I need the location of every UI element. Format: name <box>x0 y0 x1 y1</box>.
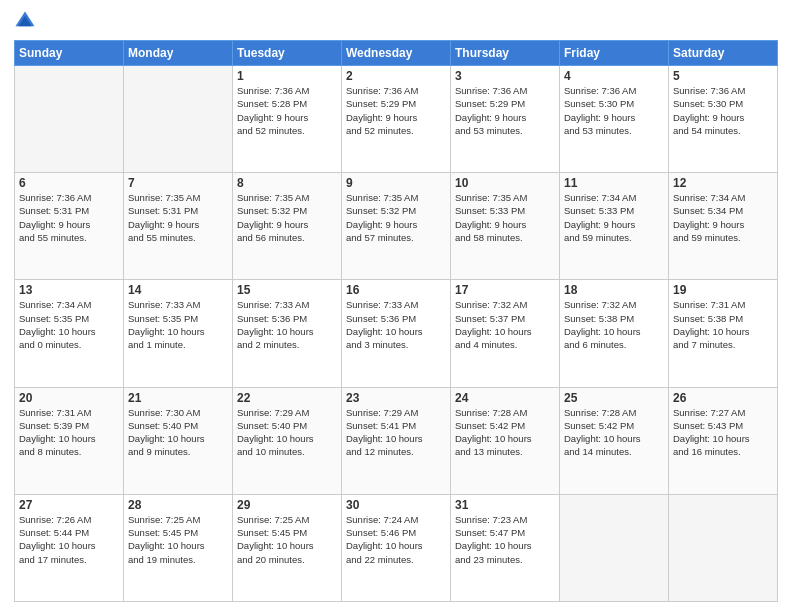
day-info: Sunrise: 7:25 AM Sunset: 5:45 PM Dayligh… <box>128 513 228 566</box>
day-info: Sunrise: 7:36 AM Sunset: 5:31 PM Dayligh… <box>19 191 119 244</box>
day-info: Sunrise: 7:33 AM Sunset: 5:36 PM Dayligh… <box>346 298 446 351</box>
calendar-cell: 27Sunrise: 7:26 AM Sunset: 5:44 PM Dayli… <box>15 494 124 601</box>
day-number: 19 <box>673 283 773 297</box>
day-number: 23 <box>346 391 446 405</box>
day-number: 29 <box>237 498 337 512</box>
calendar-cell <box>669 494 778 601</box>
calendar-table: SundayMondayTuesdayWednesdayThursdayFrid… <box>14 40 778 602</box>
day-info: Sunrise: 7:27 AM Sunset: 5:43 PM Dayligh… <box>673 406 773 459</box>
day-number: 9 <box>346 176 446 190</box>
calendar-header-friday: Friday <box>560 41 669 66</box>
day-info: Sunrise: 7:28 AM Sunset: 5:42 PM Dayligh… <box>455 406 555 459</box>
calendar-week-4: 20Sunrise: 7:31 AM Sunset: 5:39 PM Dayli… <box>15 387 778 494</box>
logo <box>14 10 40 32</box>
calendar-cell: 10Sunrise: 7:35 AM Sunset: 5:33 PM Dayli… <box>451 173 560 280</box>
day-number: 31 <box>455 498 555 512</box>
calendar-cell: 4Sunrise: 7:36 AM Sunset: 5:30 PM Daylig… <box>560 66 669 173</box>
day-number: 1 <box>237 69 337 83</box>
calendar-cell: 22Sunrise: 7:29 AM Sunset: 5:40 PM Dayli… <box>233 387 342 494</box>
day-number: 21 <box>128 391 228 405</box>
calendar-week-3: 13Sunrise: 7:34 AM Sunset: 5:35 PM Dayli… <box>15 280 778 387</box>
day-info: Sunrise: 7:35 AM Sunset: 5:32 PM Dayligh… <box>237 191 337 244</box>
day-info: Sunrise: 7:36 AM Sunset: 5:30 PM Dayligh… <box>673 84 773 137</box>
day-number: 11 <box>564 176 664 190</box>
day-number: 12 <box>673 176 773 190</box>
calendar-cell: 24Sunrise: 7:28 AM Sunset: 5:42 PM Dayli… <box>451 387 560 494</box>
calendar-cell: 15Sunrise: 7:33 AM Sunset: 5:36 PM Dayli… <box>233 280 342 387</box>
calendar-week-2: 6Sunrise: 7:36 AM Sunset: 5:31 PM Daylig… <box>15 173 778 280</box>
calendar-cell: 23Sunrise: 7:29 AM Sunset: 5:41 PM Dayli… <box>342 387 451 494</box>
calendar-cell: 3Sunrise: 7:36 AM Sunset: 5:29 PM Daylig… <box>451 66 560 173</box>
calendar-cell: 5Sunrise: 7:36 AM Sunset: 5:30 PM Daylig… <box>669 66 778 173</box>
day-info: Sunrise: 7:28 AM Sunset: 5:42 PM Dayligh… <box>564 406 664 459</box>
calendar-header-wednesday: Wednesday <box>342 41 451 66</box>
day-number: 15 <box>237 283 337 297</box>
day-info: Sunrise: 7:33 AM Sunset: 5:36 PM Dayligh… <box>237 298 337 351</box>
day-number: 30 <box>346 498 446 512</box>
calendar-header-saturday: Saturday <box>669 41 778 66</box>
calendar-header-row: SundayMondayTuesdayWednesdayThursdayFrid… <box>15 41 778 66</box>
calendar-cell: 20Sunrise: 7:31 AM Sunset: 5:39 PM Dayli… <box>15 387 124 494</box>
day-number: 7 <box>128 176 228 190</box>
calendar-cell: 30Sunrise: 7:24 AM Sunset: 5:46 PM Dayli… <box>342 494 451 601</box>
day-number: 5 <box>673 69 773 83</box>
day-number: 6 <box>19 176 119 190</box>
day-info: Sunrise: 7:29 AM Sunset: 5:41 PM Dayligh… <box>346 406 446 459</box>
calendar-cell: 16Sunrise: 7:33 AM Sunset: 5:36 PM Dayli… <box>342 280 451 387</box>
day-info: Sunrise: 7:35 AM Sunset: 5:31 PM Dayligh… <box>128 191 228 244</box>
day-info: Sunrise: 7:32 AM Sunset: 5:37 PM Dayligh… <box>455 298 555 351</box>
calendar-cell: 13Sunrise: 7:34 AM Sunset: 5:35 PM Dayli… <box>15 280 124 387</box>
day-info: Sunrise: 7:34 AM Sunset: 5:34 PM Dayligh… <box>673 191 773 244</box>
day-info: Sunrise: 7:29 AM Sunset: 5:40 PM Dayligh… <box>237 406 337 459</box>
day-number: 8 <box>237 176 337 190</box>
day-info: Sunrise: 7:32 AM Sunset: 5:38 PM Dayligh… <box>564 298 664 351</box>
day-number: 27 <box>19 498 119 512</box>
calendar-cell: 21Sunrise: 7:30 AM Sunset: 5:40 PM Dayli… <box>124 387 233 494</box>
calendar-cell: 26Sunrise: 7:27 AM Sunset: 5:43 PM Dayli… <box>669 387 778 494</box>
calendar-header-tuesday: Tuesday <box>233 41 342 66</box>
day-number: 13 <box>19 283 119 297</box>
calendar-cell: 12Sunrise: 7:34 AM Sunset: 5:34 PM Dayli… <box>669 173 778 280</box>
calendar-cell: 19Sunrise: 7:31 AM Sunset: 5:38 PM Dayli… <box>669 280 778 387</box>
day-info: Sunrise: 7:30 AM Sunset: 5:40 PM Dayligh… <box>128 406 228 459</box>
day-number: 4 <box>564 69 664 83</box>
day-info: Sunrise: 7:34 AM Sunset: 5:33 PM Dayligh… <box>564 191 664 244</box>
day-number: 3 <box>455 69 555 83</box>
calendar-cell <box>124 66 233 173</box>
day-info: Sunrise: 7:31 AM Sunset: 5:39 PM Dayligh… <box>19 406 119 459</box>
calendar-cell <box>15 66 124 173</box>
calendar-cell: 17Sunrise: 7:32 AM Sunset: 5:37 PM Dayli… <box>451 280 560 387</box>
day-info: Sunrise: 7:36 AM Sunset: 5:28 PM Dayligh… <box>237 84 337 137</box>
calendar-cell: 6Sunrise: 7:36 AM Sunset: 5:31 PM Daylig… <box>15 173 124 280</box>
day-info: Sunrise: 7:33 AM Sunset: 5:35 PM Dayligh… <box>128 298 228 351</box>
calendar-cell <box>560 494 669 601</box>
calendar-cell: 11Sunrise: 7:34 AM Sunset: 5:33 PM Dayli… <box>560 173 669 280</box>
calendar-header-sunday: Sunday <box>15 41 124 66</box>
calendar-week-5: 27Sunrise: 7:26 AM Sunset: 5:44 PM Dayli… <box>15 494 778 601</box>
calendar-cell: 18Sunrise: 7:32 AM Sunset: 5:38 PM Dayli… <box>560 280 669 387</box>
day-number: 26 <box>673 391 773 405</box>
logo-icon <box>14 10 36 32</box>
day-number: 10 <box>455 176 555 190</box>
calendar-cell: 7Sunrise: 7:35 AM Sunset: 5:31 PM Daylig… <box>124 173 233 280</box>
day-info: Sunrise: 7:35 AM Sunset: 5:32 PM Dayligh… <box>346 191 446 244</box>
calendar-body: 1Sunrise: 7:36 AM Sunset: 5:28 PM Daylig… <box>15 66 778 602</box>
calendar-cell: 8Sunrise: 7:35 AM Sunset: 5:32 PM Daylig… <box>233 173 342 280</box>
calendar-cell: 14Sunrise: 7:33 AM Sunset: 5:35 PM Dayli… <box>124 280 233 387</box>
day-number: 22 <box>237 391 337 405</box>
day-number: 17 <box>455 283 555 297</box>
day-info: Sunrise: 7:36 AM Sunset: 5:29 PM Dayligh… <box>455 84 555 137</box>
day-info: Sunrise: 7:23 AM Sunset: 5:47 PM Dayligh… <box>455 513 555 566</box>
calendar-cell: 1Sunrise: 7:36 AM Sunset: 5:28 PM Daylig… <box>233 66 342 173</box>
day-info: Sunrise: 7:26 AM Sunset: 5:44 PM Dayligh… <box>19 513 119 566</box>
page-container: SundayMondayTuesdayWednesdayThursdayFrid… <box>0 0 792 612</box>
day-number: 28 <box>128 498 228 512</box>
day-info: Sunrise: 7:25 AM Sunset: 5:45 PM Dayligh… <box>237 513 337 566</box>
day-number: 14 <box>128 283 228 297</box>
day-number: 25 <box>564 391 664 405</box>
calendar-week-1: 1Sunrise: 7:36 AM Sunset: 5:28 PM Daylig… <box>15 66 778 173</box>
calendar-cell: 31Sunrise: 7:23 AM Sunset: 5:47 PM Dayli… <box>451 494 560 601</box>
calendar-header-monday: Monday <box>124 41 233 66</box>
day-info: Sunrise: 7:36 AM Sunset: 5:29 PM Dayligh… <box>346 84 446 137</box>
calendar-cell: 28Sunrise: 7:25 AM Sunset: 5:45 PM Dayli… <box>124 494 233 601</box>
